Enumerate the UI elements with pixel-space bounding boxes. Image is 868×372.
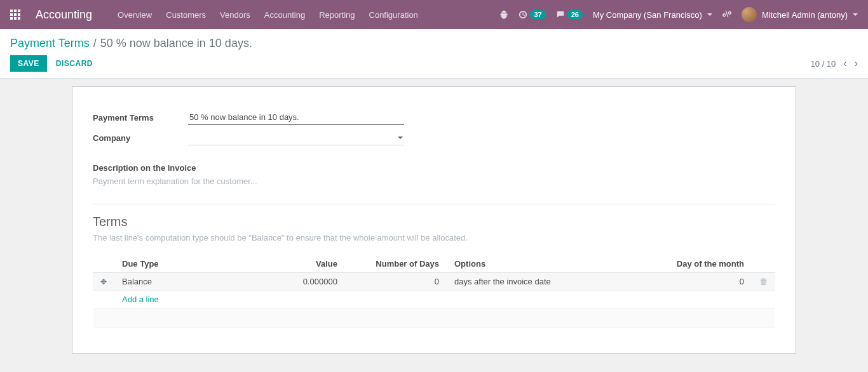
cell-due-type[interactable]: Balance [114, 273, 243, 291]
nav-configuration[interactable]: Configuration [369, 10, 418, 20]
col-options[interactable]: Options [447, 255, 637, 273]
breadcrumb-separator: / [93, 37, 97, 50]
pager-next-icon[interactable]: › [855, 58, 858, 69]
breadcrumb-current: 50 % now balance in 10 days. [100, 37, 252, 50]
terms-hint: The last line's computation type should … [93, 233, 775, 242]
messages-icon[interactable]: 26 [556, 10, 583, 19]
company-switcher[interactable]: My Company (San Francisco) [593, 10, 712, 20]
company-label: Company [93, 133, 188, 143]
cell-options[interactable]: days after the invoice date [447, 273, 637, 291]
pager: 10 / 10 ‹ › [811, 58, 858, 69]
breadcrumb: Payment Terms / 50 % now balance in 10 d… [10, 37, 858, 50]
pager-prev-icon[interactable]: ‹ [843, 58, 846, 69]
app-title[interactable]: Accounting [36, 8, 92, 22]
nav-accounting[interactable]: Accounting [264, 10, 305, 20]
nav-vendors[interactable]: Vendors [220, 10, 250, 20]
drag-handle-icon[interactable]: ✥ [100, 277, 107, 286]
description-input[interactable]: Payment term explanation for the custome… [93, 175, 775, 194]
discard-button[interactable]: DISCARD [56, 59, 93, 68]
debug-icon[interactable] [499, 10, 508, 19]
save-button[interactable]: SAVE [10, 55, 47, 72]
user-menu[interactable]: Mitchell Admin (antony) [742, 7, 858, 22]
navbar: Accounting Overview Customers Vendors Ac… [0, 0, 868, 29]
payment-terms-input[interactable] [188, 110, 404, 125]
avatar [742, 7, 757, 22]
apps-icon[interactable] [10, 10, 20, 20]
terms-table: Due Type Value Number of Days Options Da… [93, 255, 775, 328]
breadcrumb-parent[interactable]: Payment Terms [10, 37, 90, 50]
developer-tools-icon[interactable] [722, 10, 731, 20]
nav-overview[interactable]: Overview [118, 10, 152, 20]
chevron-down-icon [707, 13, 712, 16]
activities-icon[interactable]: 37 [519, 10, 545, 19]
chevron-down-icon [398, 136, 403, 139]
col-due-type[interactable]: Due Type [114, 255, 243, 273]
activities-badge: 37 [530, 10, 545, 19]
nav-right: 37 26 My Company (San Francisco) Mitchel… [499, 7, 858, 22]
col-day-of-month[interactable]: Day of the month [637, 255, 752, 273]
table-row[interactable]: ✥ Balance 0.000000 0 days after the invo… [93, 273, 775, 291]
control-bar: Payment Terms / 50 % now balance in 10 d… [0, 29, 868, 79]
cell-num-days[interactable]: 0 [345, 273, 447, 291]
content-wrap: Payment Terms Company Description on the… [0, 79, 868, 369]
cell-value[interactable]: 0.000000 [243, 273, 345, 291]
messages-badge: 26 [567, 10, 583, 19]
table-footer [93, 309, 775, 328]
cell-day-of-month[interactable]: 0 [637, 273, 752, 291]
company-row: Company [93, 130, 775, 145]
add-line-button[interactable]: Add a line [122, 295, 159, 304]
form-sheet: Payment Terms Company Description on the… [72, 86, 796, 354]
terms-title: Terms [93, 215, 775, 229]
payment-terms-label: Payment Terms [93, 113, 188, 123]
add-line-row: Add a line [93, 291, 775, 309]
pager-text[interactable]: 10 / 10 [811, 59, 836, 69]
payment-terms-row: Payment Terms [93, 110, 775, 125]
chevron-down-icon [853, 13, 858, 16]
nav-menu: Overview Customers Vendors Accounting Re… [118, 10, 418, 20]
action-row: SAVE DISCARD 10 / 10 ‹ › [10, 55, 858, 78]
company-select[interactable] [188, 130, 404, 145]
description-heading: Description on the Invoice [93, 163, 775, 173]
col-num-days[interactable]: Number of Days [345, 255, 447, 273]
nav-customers[interactable]: Customers [166, 10, 206, 20]
delete-row-icon[interactable]: 🗑 [759, 277, 768, 286]
company-name: My Company (San Francisco) [593, 10, 702, 20]
divider [93, 204, 775, 204]
user-name: Mitchell Admin (antony) [762, 10, 848, 20]
nav-reporting[interactable]: Reporting [319, 10, 355, 20]
col-value[interactable]: Value [243, 255, 345, 273]
